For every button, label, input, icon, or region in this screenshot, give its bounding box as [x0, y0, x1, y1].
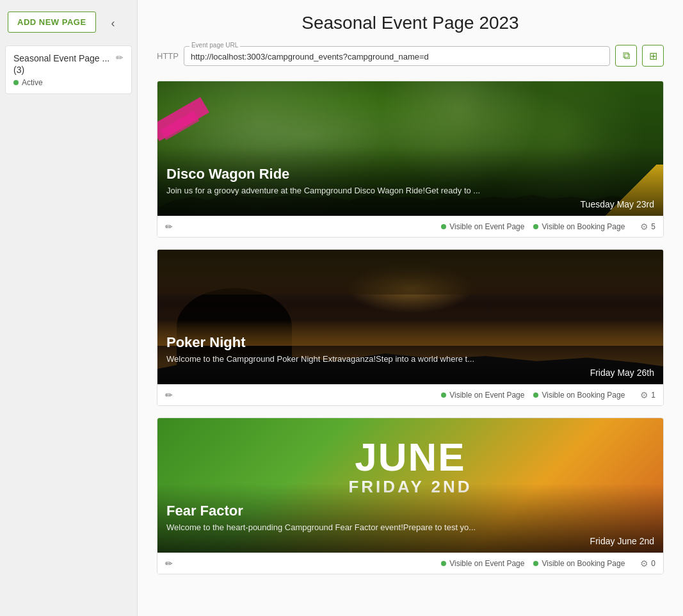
june-label: JUNE — [157, 437, 663, 477]
event-title-2: Poker Night — [166, 334, 654, 351]
event-title-1: Disco Wagon Ride — [166, 166, 654, 182]
sidebar-item-status: Active — [13, 78, 112, 87]
vis-booking-page-2: Visible on Booking Page — [533, 391, 625, 400]
event-card-3: JUNE FRIDAY 2ND Fear Factor Welcome to t… — [157, 417, 664, 574]
vis-event-page-1: Visible on Event Page — [441, 222, 524, 231]
sidebar-item-name: Seasonal Event Page ... (3) — [13, 53, 112, 76]
vis-booking-page-3: Visible on Booking Page — [533, 559, 625, 568]
vis-dot-event-2 — [441, 393, 446, 398]
event-date-3: Friday June 2nd — [166, 536, 654, 546]
gear-icon-3: ⚙ — [640, 558, 648, 569]
vis-booking-label-3: Visible on Booking Page — [542, 559, 625, 568]
vis-booking-label-1: Visible on Booking Page — [542, 222, 625, 231]
gear-badge-2: ⚙ 1 — [640, 390, 655, 400]
event-overlay-1: Disco Wagon Ride Join us for a groovy ad… — [157, 147, 663, 216]
vis-dot-booking-3 — [533, 561, 538, 566]
add-new-label: ADD NEW PAGE — [17, 17, 86, 27]
add-page-icon: ⊞ — [649, 50, 657, 62]
sidebar-top-row: ADD NEW PAGE ‹ — [0, 6, 137, 40]
event-desc-3: Welcome to the heart-pounding Campground… — [166, 522, 654, 533]
vis-dot-booking-1 — [533, 224, 538, 229]
visibility-badges-3: Visible on Event Page Visible on Booking… — [441, 558, 655, 569]
page-title: Seasonal Event Page 2023 — [157, 13, 664, 33]
back-button[interactable]: ‹ — [106, 14, 120, 33]
event-footer-3: ✏ Visible on Event Page Visible on Booki… — [157, 553, 663, 574]
url-input-label: Event page URL — [189, 42, 240, 49]
event-date-2: Friday May 26th — [166, 368, 654, 378]
vis-event-label-1: Visible on Event Page — [449, 222, 524, 231]
edit-pencil-2[interactable]: ✏ — [165, 390, 173, 400]
edit-pencil-1[interactable]: ✏ — [165, 222, 173, 232]
url-input[interactable] — [191, 48, 603, 64]
event-desc-2: Welcome to the Campground Poker Night Ex… — [166, 353, 654, 365]
edit-pencil-3[interactable]: ✏ — [165, 558, 173, 569]
event-card-2: Poker Night Welcome to the Campground Po… — [157, 249, 664, 406]
event-image-3: JUNE FRIDAY 2ND Fear Factor Welcome to t… — [157, 418, 663, 553]
event-desc-1: Join us for a groovy adventure at the Ca… — [166, 185, 654, 197]
vis-booking-page-1: Visible on Booking Page — [533, 222, 625, 231]
visibility-badges-2: Visible on Event Page Visible on Booking… — [441, 390, 655, 400]
event-card-1: Disco Wagon Ride Join us for a groovy ad… — [157, 81, 664, 238]
status-label: Active — [22, 78, 43, 87]
gear-icon-2: ⚙ — [640, 390, 648, 400]
gear-count-1: 5 — [651, 222, 655, 231]
event-title-3: Fear Factor — [166, 503, 654, 519]
visibility-badges-1: Visible on Event Page Visible on Booking… — [441, 222, 655, 232]
http-label: HTTP — [157, 51, 179, 61]
status-dot — [13, 80, 19, 85]
vis-dot-event-1 — [441, 224, 446, 229]
vis-event-page-3: Visible on Event Page — [441, 559, 524, 568]
add-new-page-button[interactable]: ADD NEW PAGE — [8, 12, 96, 33]
vis-dot-booking-2 — [533, 393, 538, 398]
main-content: Seasonal Event Page 2023 HTTP Event page… — [138, 0, 683, 616]
add-page-button[interactable]: ⊞ — [642, 45, 664, 67]
vis-event-label-3: Visible on Event Page — [449, 559, 524, 568]
event-image-2: Poker Night Welcome to the Campground Po… — [157, 250, 663, 384]
open-window-button[interactable]: ⧉ — [615, 45, 637, 67]
url-bar-row: HTTP Event page URL ⧉ ⊞ — [157, 45, 664, 67]
url-input-wrapper: Event page URL — [184, 46, 610, 66]
sidebar-item-seasonal-event[interactable]: Seasonal Event Page ... (3) Active ✏ — [5, 45, 132, 94]
gear-count-2: 1 — [651, 391, 655, 400]
event-overlay-3: Fear Factor Welcome to the heart-poundin… — [157, 483, 663, 553]
sidebar: ADD NEW PAGE ‹ Seasonal Event Page ... (… — [0, 0, 138, 616]
vis-dot-event-3 — [441, 561, 446, 566]
gear-count-3: 0 — [651, 559, 655, 568]
event-date-1: Tuesday May 23rd — [166, 199, 654, 209]
gear-badge-1: ⚙ 5 — [640, 222, 655, 232]
sidebar-edit-icon[interactable]: ✏ — [116, 53, 124, 63]
event-image-1: Disco Wagon Ride Join us for a groovy ad… — [157, 81, 663, 216]
vis-event-label-2: Visible on Event Page — [449, 391, 524, 400]
gear-icon-1: ⚙ — [640, 222, 648, 232]
event-overlay-2: Poker Night Welcome to the Campground Po… — [157, 315, 663, 384]
open-window-icon: ⧉ — [623, 50, 630, 61]
event-footer-2: ✏ Visible on Event Page Visible on Booki… — [157, 384, 663, 405]
sidebar-item-text: Seasonal Event Page ... (3) Active — [13, 53, 112, 87]
vis-event-page-2: Visible on Event Page — [441, 391, 524, 400]
event-footer-1: ✏ Visible on Event Page Visible on Booki… — [157, 216, 663, 237]
vis-booking-label-2: Visible on Booking Page — [542, 391, 625, 400]
gear-badge-3: ⚙ 0 — [640, 558, 655, 569]
